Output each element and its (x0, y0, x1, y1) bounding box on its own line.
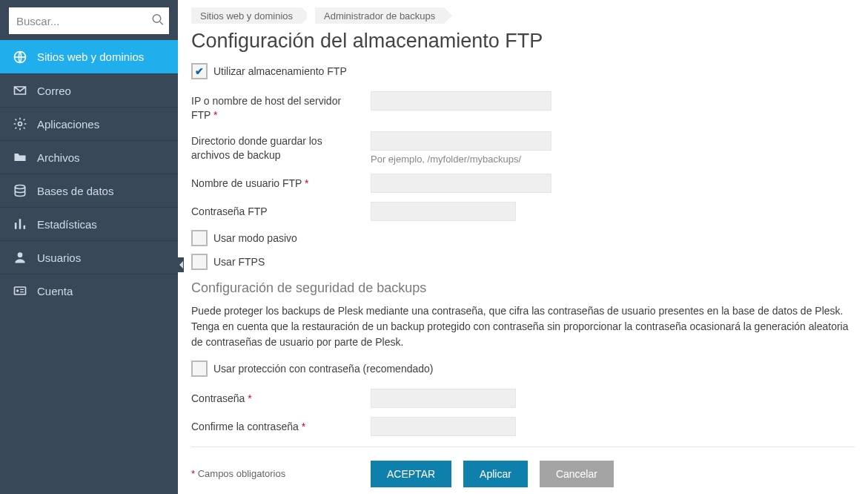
ftp-dir-input[interactable] (371, 131, 551, 151)
sidebar-item-label: Aplicaciones (37, 118, 99, 131)
ftp-user-input[interactable] (371, 174, 551, 193)
sidebar-item-label: Estadísticas (37, 218, 97, 231)
breadcrumb-item-websites[interactable]: Sitios web y dominios (191, 7, 302, 24)
sec-pass-label: Contraseña * (191, 389, 371, 406)
search-wrapper (0, 0, 178, 40)
use-ftp-checkbox[interactable] (191, 63, 208, 79)
passive-mode-label: Usar modo pasivo (213, 232, 297, 244)
sidebar-item-user[interactable]: Usuarios (0, 240, 178, 274)
use-ftp-label: Utilizar almacenamiento FTP (213, 65, 347, 77)
sidebar-item-card[interactable]: Cuenta (0, 274, 178, 307)
password-protect-checkbox[interactable] (191, 360, 208, 377)
sec-pass-input[interactable] (371, 389, 516, 408)
sidebar-item-folder[interactable]: Archivos (0, 140, 178, 174)
user-icon (12, 249, 28, 266)
sidebar-item-label: Cuenta (37, 285, 73, 297)
ftp-pass-label: Contraseña FTP (191, 202, 371, 219)
security-section-title: Configuración de seguridad de backups (191, 280, 855, 296)
sidebar-item-label: Bases de datos (37, 185, 113, 197)
ftps-label: Usar FTPS (213, 256, 265, 268)
password-protect-label: Usar protección con contraseña (recomend… (213, 363, 434, 375)
ftp-dir-label: Directorio donde guardar los archivos de… (191, 131, 371, 162)
database-icon (12, 182, 28, 199)
folder-icon (12, 149, 28, 165)
ok-button[interactable]: ACEPTAR (371, 461, 451, 487)
passive-mode-checkbox[interactable] (191, 230, 208, 246)
search-icon[interactable] (151, 13, 165, 29)
sec-pass-confirm-input[interactable] (371, 417, 516, 436)
sidebar-item-label: Correo (37, 85, 71, 97)
svg-point-6 (153, 15, 161, 23)
stats-icon (12, 216, 28, 232)
sidebar-item-database[interactable]: Bases de datos (0, 174, 178, 207)
ftp-host-label: IP o nombre de host del servidor FTP * (191, 91, 371, 122)
card-icon (12, 283, 28, 299)
sidebar-item-mail[interactable]: Correo (0, 73, 178, 107)
breadcrumb: Sitios web y dominios Administrador de b… (191, 7, 855, 24)
ftp-pass-input[interactable] (371, 202, 516, 221)
page-title: Configuración del almacenamiento FTP (191, 30, 855, 53)
sec-pass-confirm-label: Confirme la contraseña * (191, 417, 371, 434)
breadcrumb-item-backup-manager[interactable]: Administrador de backups (315, 7, 444, 24)
search-input[interactable] (9, 7, 169, 34)
apply-button[interactable]: Aplicar (463, 461, 528, 487)
sidebar-item-gear[interactable]: Aplicaciones (0, 107, 178, 140)
ftp-user-label: Nombre de usuario FTP * (191, 174, 371, 191)
cancel-button[interactable]: Cancelar (540, 461, 614, 487)
required-note: * Campos obligatorios (191, 468, 371, 479)
ftps-checkbox[interactable] (191, 254, 208, 270)
sidebar-item-label: Archivos (37, 151, 80, 164)
main-content: Sitios web y dominios Administrador de b… (178, 0, 868, 494)
ftp-host-input[interactable] (371, 91, 551, 111)
sidebar-item-globe[interactable]: Sitios web y dominios (0, 40, 178, 73)
ftp-dir-hint: Por ejemplo, /myfolder/mybackups/ (371, 154, 855, 165)
mail-icon (12, 82, 28, 99)
sidebar-collapse-handle[interactable] (178, 257, 184, 272)
sidebar: Sitios web y dominiosCorreoAplicacionesA… (0, 0, 178, 494)
gear-icon (12, 116, 28, 132)
security-section-desc: Puede proteger los backups de Plesk medi… (191, 303, 855, 350)
sidebar-item-label: Usuarios (37, 251, 81, 264)
globe-icon (12, 49, 28, 65)
sidebar-item-stats[interactable]: Estadísticas (0, 207, 178, 240)
sidebar-item-label: Sitios web y dominios (37, 50, 144, 63)
